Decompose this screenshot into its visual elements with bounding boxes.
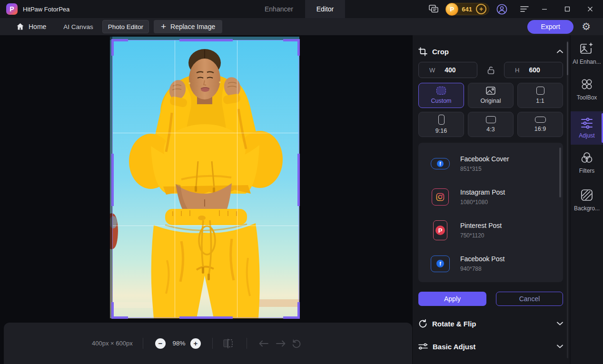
- ratio-16-9-button[interactable]: 16:9: [517, 112, 563, 137]
- titlebar: P HitPaw FotorPea Enhancer Editor P 641 …: [0, 0, 603, 18]
- instagram-icon: [432, 188, 449, 206]
- filters-icon: [580, 151, 593, 164]
- credits-badge[interactable]: P 641 +: [445, 3, 489, 15]
- compare-view-icon[interactable]: [223, 323, 233, 364]
- zoom-level: 98%: [169, 323, 188, 364]
- portrait-ratio-icon: [438, 115, 445, 125]
- section-basic-adjust[interactable]: Basic Adjust: [418, 339, 563, 354]
- apply-button[interactable]: Apply: [418, 292, 486, 306]
- sidebar-item-background[interactable]: Backgro...: [571, 188, 603, 212]
- ai-canvas-button[interactable]: AI Canvas: [63, 23, 93, 30]
- facebook-icon: f: [431, 256, 450, 272]
- maximize-button[interactable]: [560, 0, 574, 18]
- crop-handle-bottom-right[interactable]: [283, 302, 300, 319]
- sidebar-item-label: Filters: [579, 167, 595, 174]
- sidebar-item-label: ToolBox: [577, 94, 597, 101]
- preset-scrollbar-thumb[interactable]: [559, 148, 561, 197]
- width-input[interactable]: [444, 66, 476, 74]
- crop-handle-top-right[interactable]: [283, 39, 300, 56]
- panel-title: Crop: [432, 48, 449, 56]
- ratio-custom-button[interactable]: Custom: [418, 83, 464, 108]
- feedback-chat-icon[interactable]: [428, 4, 439, 14]
- replace-image-button[interactable]: + Replace Image: [154, 20, 222, 33]
- preset-facebook-post[interactable]: f Facebook Post 940*788: [418, 247, 563, 280]
- tab-enhancer[interactable]: Enhancer: [257, 0, 301, 18]
- divider: [247, 338, 247, 349]
- expand-chevron-down-icon: [557, 322, 563, 325]
- collapse-chevron-up-icon[interactable]: [557, 49, 563, 53]
- sidebar-item-label: Adjust: [579, 132, 594, 139]
- cancel-button[interactable]: Cancel: [496, 292, 563, 306]
- minimize-button[interactable]: [537, 0, 552, 18]
- background-icon: [580, 188, 593, 202]
- facebook-icon: f: [431, 158, 450, 169]
- export-button[interactable]: Export: [527, 20, 573, 34]
- hamburger-menu-icon[interactable]: [520, 6, 529, 12]
- height-field[interactable]: H: [504, 62, 563, 78]
- sidebar-item-ai-enhance[interactable]: AI Enhan...: [571, 42, 603, 65]
- app-logo-icon: P: [6, 3, 18, 15]
- ratio-original-button[interactable]: Original: [468, 83, 514, 108]
- aspect-lock-open-icon[interactable]: [486, 65, 496, 75]
- crop-grid-line: [237, 40, 237, 317]
- crop-box[interactable]: [112, 40, 299, 318]
- status-bar: 400px × 600px − 98% +: [4, 323, 412, 364]
- credits-count: 641: [462, 6, 472, 13]
- preset-instagram-post[interactable]: Instagram Post 1080*1080: [418, 180, 563, 214]
- rotate-icon: [418, 319, 427, 328]
- toolbar: Home AI Canvas Photo Editor + Replace Im…: [0, 18, 603, 35]
- reset-icon[interactable]: [292, 323, 302, 364]
- sidebar-item-toolbox[interactable]: ToolBox: [571, 78, 603, 101]
- home-button[interactable]: Home: [16, 23, 46, 30]
- crop-icon: [418, 47, 427, 56]
- custom-ratio-icon: [436, 87, 446, 95]
- coin-icon: P: [445, 3, 458, 16]
- photo-editor-button[interactable]: Photo Editor: [102, 20, 149, 33]
- ratio-9-16-button[interactable]: 9:16: [418, 112, 464, 137]
- crop-handle-top[interactable]: [179, 39, 233, 41]
- original-ratio-icon: [486, 87, 495, 95]
- close-button[interactable]: [583, 0, 597, 18]
- plus-icon: +: [161, 22, 166, 31]
- divider: [212, 338, 213, 349]
- sidebar-item-adjust[interactable]: Adjust: [571, 111, 603, 145]
- settings-gear-icon[interactable]: ⚙: [582, 22, 591, 32]
- tab-editor[interactable]: Editor: [305, 0, 345, 18]
- crop-handle-left[interactable]: [111, 154, 114, 206]
- panel-scrollbar-track[interactable]: [567, 41, 568, 358]
- widescreen-ratio-icon: [535, 117, 546, 123]
- undo-icon[interactable]: [258, 323, 269, 364]
- account-avatar-icon[interactable]: [496, 4, 507, 15]
- width-field[interactable]: W: [418, 62, 477, 78]
- preset-facebook-cover[interactable]: f Facebook Cover 851*315: [418, 147, 563, 180]
- crop-grid-line: [175, 40, 175, 317]
- pinterest-icon: P: [433, 220, 447, 240]
- crop-grid-line: [113, 133, 298, 133]
- add-credits-icon[interactable]: +: [476, 4, 486, 14]
- ratio-4-3-button[interactable]: 4:3: [468, 112, 514, 137]
- crop-handle-bottom[interactable]: [179, 316, 233, 319]
- section-rotate-flip[interactable]: Rotate & Flip: [418, 316, 563, 331]
- crop-handle-bottom-left[interactable]: [111, 302, 128, 319]
- preset-pinterest-post[interactable]: P Pinterest Post 750*1120: [418, 214, 563, 247]
- sidebar-item-filters[interactable]: Filters: [571, 151, 603, 174]
- landscape-ratio-icon: [486, 116, 496, 123]
- height-input[interactable]: [528, 66, 560, 74]
- adjust-icon: [580, 117, 593, 129]
- zoom-out-button[interactable]: −: [155, 338, 166, 349]
- home-icon: [16, 23, 24, 30]
- panel-scrollbar-thumb[interactable]: [567, 42, 568, 75]
- crop-handle-top-left[interactable]: [111, 39, 128, 56]
- sidebar-item-label: Backgro...: [574, 205, 600, 212]
- editor-canvas: 400px × 600px − 98% +: [0, 35, 413, 364]
- expand-chevron-down-icon: [557, 344, 563, 348]
- sidebar-item-label: AI Enhan...: [573, 59, 601, 65]
- height-label: H: [515, 67, 519, 74]
- ai-enhance-icon: [580, 42, 594, 55]
- tools-sidebar: AI Enhan... ToolBox Adjust Fi: [570, 35, 603, 364]
- sliders-icon: [418, 342, 428, 351]
- redo-icon[interactable]: [276, 323, 286, 364]
- ratio-1-1-button[interactable]: 1:1: [517, 83, 563, 108]
- crop-handle-right[interactable]: [297, 154, 300, 206]
- zoom-in-button[interactable]: +: [190, 338, 201, 349]
